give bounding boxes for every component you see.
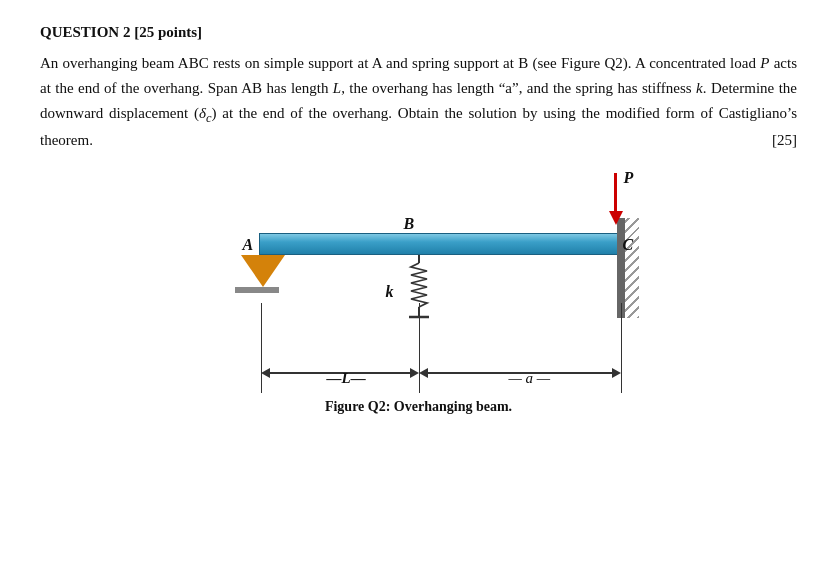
arrow-head-left-L [261,368,270,378]
question-title: QUESTION 2 [25 points] [40,24,797,41]
force-arrow-p [609,173,623,225]
arrow-head-left-a [419,368,428,378]
figure-diagram: A B C P k —L— — a — [189,163,649,393]
force-arrowhead [609,211,623,225]
dim-label-L: —L— [327,370,366,387]
label-b: B [404,215,415,233]
label-k: k [386,283,394,301]
label-p: P [624,169,634,187]
question-body: An overhanging beam ABC rests on simple … [40,51,797,153]
support-a-base [235,287,279,293]
question-container: QUESTION 2 [25 points] An overhanging be… [40,24,797,415]
label-a: A [243,236,254,254]
arrow-head-right-L [410,368,419,378]
label-c: C [623,236,634,254]
wall-c-hatch [625,218,639,318]
figure-container: A B C P k —L— — a — Figure [40,163,797,415]
force-line [614,173,617,211]
support-a-triangle [241,255,285,287]
points-label: [25] [772,128,797,153]
arrow-head-right-a [612,368,621,378]
figure-caption: Figure Q2: Overhanging beam. [325,399,512,415]
beam [259,233,619,255]
dim-label-a: — a — [509,370,551,387]
dim-vert-right [621,303,623,393]
